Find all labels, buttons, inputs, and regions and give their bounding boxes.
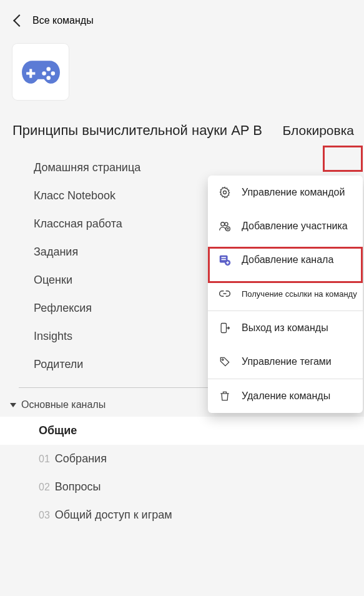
channel-general[interactable]: Общие xyxy=(0,417,364,445)
menu-label: Добавление участника xyxy=(242,221,348,232)
svg-point-6 xyxy=(224,191,227,194)
svg-point-15 xyxy=(222,359,224,360)
channel-meetings[interactable]: 01 Собрания xyxy=(0,445,364,473)
channel-gameshare[interactable]: 03 Общий доступ к играм xyxy=(0,501,364,529)
channel-label: Вопросы xyxy=(55,480,101,494)
menu-label: Выход из команды xyxy=(242,322,328,334)
channel-prefix: 03 xyxy=(39,510,50,521)
leave-icon xyxy=(218,321,232,335)
channel-label: Собрания xyxy=(55,452,107,465)
gamepad-icon xyxy=(21,58,61,86)
add-channel-icon xyxy=(218,253,232,267)
svg-point-2 xyxy=(46,67,51,71)
link-icon xyxy=(218,287,232,300)
team-title: Принципы вычислительной науки AP B xyxy=(12,122,262,139)
trash-icon xyxy=(218,389,232,403)
gear-icon xyxy=(218,186,232,199)
menu-label: Удаление команды xyxy=(242,390,330,402)
channel-prefix: 01 xyxy=(39,454,50,465)
svg-point-5 xyxy=(51,71,55,76)
menu-leave-team[interactable]: Выход из команды xyxy=(208,311,363,345)
team-lock-label: Блокировка xyxy=(283,123,357,138)
back-all-teams[interactable]: Все команды xyxy=(0,15,364,26)
menu-label: Получение ссылки на команду xyxy=(242,289,357,299)
menu-label: Добавление канала xyxy=(242,254,333,266)
channel-questions[interactable]: 02 Вопросы xyxy=(0,473,364,501)
channel-label: Общие xyxy=(39,424,77,437)
menu-get-link[interactable]: Получение ссылки на команду xyxy=(208,277,363,310)
tag-icon xyxy=(218,355,232,369)
back-label: Все команды xyxy=(32,15,94,26)
add-member-icon xyxy=(218,219,232,233)
svg-point-8 xyxy=(225,222,228,226)
svg-rect-12 xyxy=(222,259,226,261)
chevron-down-icon xyxy=(10,403,16,407)
svg-rect-14 xyxy=(221,324,226,333)
menu-label: Управление командой xyxy=(242,187,345,198)
svg-point-7 xyxy=(221,222,225,226)
svg-point-4 xyxy=(42,71,46,76)
chevron-left-icon xyxy=(13,14,26,27)
svg-rect-1 xyxy=(26,72,35,74)
channels-section: Основные каналы Общие 01 Собрания 02 Воп… xyxy=(0,399,364,529)
menu-manage-tags[interactable]: Управление тегами xyxy=(208,345,363,379)
channel-label: Общий доступ к играм xyxy=(55,509,172,522)
menu-add-member[interactable]: Добавление участника xyxy=(208,209,363,243)
menu-delete-team[interactable]: Удаление команды xyxy=(208,379,363,413)
svg-point-3 xyxy=(46,76,51,80)
menu-manage-team[interactable]: Управление командой xyxy=(208,176,363,209)
team-header-row: Принципы вычислительной науки AP B Блоки… xyxy=(0,122,364,139)
menu-label: Управление тегами xyxy=(242,356,332,367)
team-avatar xyxy=(12,44,69,100)
menu-add-channel[interactable]: Добавление канала xyxy=(208,243,363,277)
svg-rect-11 xyxy=(222,257,226,258)
team-context-menu: Управление командой Добавление участника… xyxy=(208,176,363,413)
channel-prefix: 02 xyxy=(39,482,50,493)
channels-section-label: Основные каналы xyxy=(21,399,106,410)
